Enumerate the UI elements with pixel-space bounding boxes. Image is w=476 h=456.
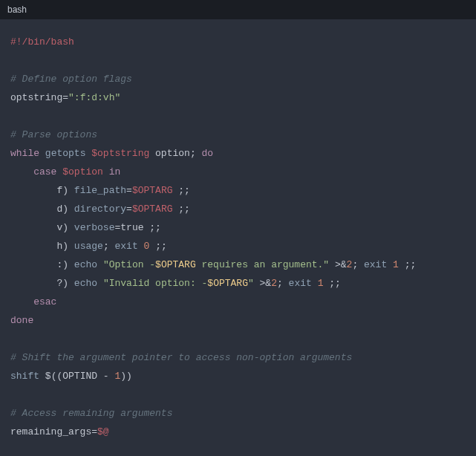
paren: ) (62, 278, 68, 289)
language-label: bash (7, 4, 27, 15)
code-block: #!/bin/bash # Define option flags optstr… (0, 19, 476, 455)
arith-open: $(( (45, 371, 62, 382)
true: true (120, 222, 143, 233)
paren: ) (62, 203, 68, 215)
optind: OPTIND (62, 371, 97, 382)
str-req-1: "Option - (103, 259, 155, 270)
semi: ; (190, 148, 202, 159)
optarg-ref: $OPTARG (132, 203, 173, 215)
minus: - (97, 371, 114, 382)
atargs: $@ (97, 426, 109, 437)
semi: ; (103, 241, 115, 252)
str-req-2: requires an argument." (196, 259, 329, 270)
optstring-value: ":f:d:vh" (68, 92, 120, 103)
builtin-exit: exit (364, 259, 387, 270)
shebang-line: #!/bin/bash (10, 36, 74, 48)
builtin-echo: echo (74, 278, 97, 289)
var-option-ref: $option (62, 166, 103, 177)
optarg-ref: $OPTARG (132, 185, 173, 196)
var-optstring-ref: $optstring (91, 148, 149, 159)
var-optstring: optstring (10, 92, 62, 103)
builtin-getopts: getopts (45, 148, 86, 159)
kw-case: case (33, 166, 56, 177)
kw-esac: esac (33, 296, 56, 307)
optarg-in-str: $OPTARG (207, 278, 248, 289)
paren: ) (62, 185, 68, 196)
eq: = (126, 203, 132, 215)
kw-done: done (10, 315, 33, 326)
paren: ) (62, 241, 68, 252)
num-one: 1 (393, 259, 399, 270)
str-inv-1: "Invalid option: - (103, 278, 207, 289)
comment-remaining: # Access remaining arguments (10, 408, 172, 419)
paren: ) (62, 259, 68, 270)
var-remaining: remaining_args (10, 426, 91, 437)
comment-define-flags: # Define option flags (10, 74, 132, 85)
str-inv-2: " (248, 278, 254, 289)
comment-parse: # Parse options (10, 129, 97, 140)
optarg-in-str: $OPTARG (155, 259, 196, 270)
fn-usage: usage (74, 241, 103, 252)
var-verbose: verbose (74, 222, 115, 233)
dsemi: ;; (173, 203, 190, 215)
builtin-shift: shift (10, 371, 39, 382)
var-directory: directory (74, 203, 126, 215)
redir: >& (335, 259, 347, 270)
num-two: 2 (271, 278, 277, 289)
dsemi: ;; (144, 222, 161, 233)
equals: = (62, 92, 68, 103)
dsemi: ;; (173, 185, 190, 196)
eq: = (91, 426, 97, 437)
var-file-path: file_path (74, 185, 126, 196)
kw-do: do (201, 148, 213, 159)
comment-shift: # Shift the argument pointer to access n… (10, 352, 352, 363)
paren: ) (62, 222, 68, 233)
dsemi: ;; (399, 259, 416, 270)
dsemi: ;; (323, 278, 340, 289)
word-option: option (149, 148, 190, 159)
redir: >& (260, 278, 272, 289)
eq: = (126, 185, 132, 196)
language-header: bash (0, 0, 476, 19)
builtin-exit: exit (289, 278, 312, 289)
builtin-exit: exit (114, 241, 137, 252)
arith-close: )) (120, 371, 132, 382)
semi: ; (352, 259, 364, 270)
builtin-echo: echo (74, 259, 97, 270)
dsemi: ;; (149, 241, 166, 252)
kw-in: in (109, 166, 121, 177)
kw-while: while (10, 148, 39, 159)
semi: ; (277, 278, 289, 289)
